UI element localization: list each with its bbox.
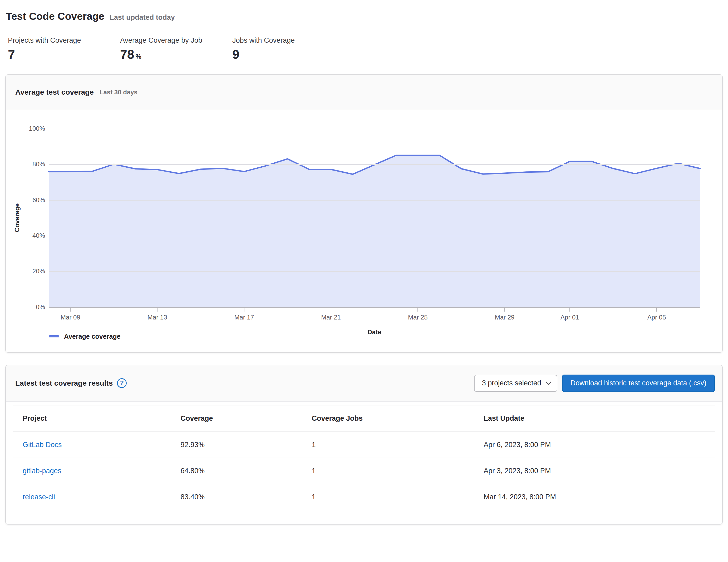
x-axis-tick-label: Mar 17 <box>226 314 263 321</box>
chart-plot-area[interactable] <box>49 129 700 308</box>
coverage-cell: 83.40% <box>171 484 302 510</box>
coverage-cell: 64.80% <box>171 458 302 484</box>
x-axis-tick-mark <box>70 308 71 312</box>
y-axis-tick-label: 100% <box>6 125 45 132</box>
x-axis-tick-label: Mar 25 <box>399 314 436 321</box>
test-code-coverage-page: Test Code Coverage Last updated today Pr… <box>0 0 728 525</box>
coverage-jobs-cell: 1 <box>302 484 474 510</box>
stat-value: 78% <box>120 48 207 62</box>
x-axis-tick-mark <box>157 308 158 312</box>
x-axis-tick-mark <box>569 308 570 312</box>
gridline <box>49 129 700 129</box>
table-row: gitlab-pages64.80%1Apr 3, 2023, 8:00 PM <box>13 458 715 484</box>
x-axis-line <box>49 307 700 308</box>
x-axis-tick-mark <box>417 308 418 312</box>
help-question-icon[interactable]: ? <box>117 378 127 388</box>
download-csv-button[interactable]: Download historic test coverage data (.c… <box>562 375 715 392</box>
y-axis-tick-label: 40% <box>6 232 45 239</box>
table-row: GitLab Docs92.93%1Apr 6, 2023, 8:00 PM <box>13 432 715 458</box>
coverage-stats-row: Projects with Coverage 7 Average Coverag… <box>8 36 723 62</box>
x-axis-tick-label: Apr 05 <box>638 314 675 321</box>
last-update-cell: Apr 6, 2023, 8:00 PM <box>474 432 715 458</box>
x-axis-tick-label: Mar 13 <box>139 314 176 321</box>
stat-value: 9 <box>232 48 319 62</box>
chart-card-subtitle: Last 30 days <box>100 89 137 96</box>
table-row: release-cli83.40%1Mar 14, 2023, 8:00 PM <box>13 484 715 510</box>
stat-label: Average Coverage by Job <box>120 36 207 45</box>
chevron-down-icon <box>546 379 551 385</box>
y-axis-tick-label: 20% <box>6 267 45 275</box>
x-axis-tick-label: Apr 01 <box>551 314 588 321</box>
gridline <box>49 271 700 272</box>
gridline <box>49 164 700 165</box>
project-cell: gitlab-pages <box>13 458 171 484</box>
results-table-wrap: Project Coverage Coverage Jobs Last Upda… <box>13 405 715 510</box>
coverage-area-chart[interactable]: Coverage Date Average coverage 100%80%60… <box>6 110 722 352</box>
projects-selected-label: 3 projects selected <box>482 379 541 387</box>
stat-label: Projects with Coverage <box>8 36 95 45</box>
coverage-area-fill <box>49 155 700 308</box>
last-update-cell: Apr 3, 2023, 8:00 PM <box>474 458 715 484</box>
y-axis-tick-label: 60% <box>6 196 45 204</box>
x-axis-tick-label: Mar 29 <box>486 314 523 321</box>
gridline <box>49 236 700 236</box>
x-axis-tick-mark <box>331 308 331 312</box>
results-card-title: Latest test coverage results <box>15 379 113 388</box>
x-axis-tick-mark <box>504 308 505 312</box>
percent-suffix: % <box>135 53 141 60</box>
last-updated-text: Last updated today <box>110 13 175 22</box>
project-link[interactable]: GitLab Docs <box>23 441 62 449</box>
projects-selected-dropdown[interactable]: 3 projects selected <box>474 375 557 392</box>
project-cell: release-cli <box>13 484 171 510</box>
x-axis-tick-label: Mar 21 <box>313 314 350 321</box>
x-axis-title: Date <box>348 329 401 336</box>
stat-projects-with-coverage: Projects with Coverage 7 <box>8 36 95 62</box>
last-update-cell: Mar 14, 2023, 8:00 PM <box>474 484 715 510</box>
page-title: Test Code Coverage <box>6 11 104 22</box>
legend-line-swatch <box>49 335 59 338</box>
x-axis-tick-mark <box>244 308 244 312</box>
stat-jobs-with-coverage: Jobs with Coverage 9 <box>232 36 319 62</box>
column-header-last-update: Last Update <box>474 405 715 432</box>
results-controls: 3 projects selected Download historic te… <box>474 375 715 392</box>
gridline <box>49 200 700 200</box>
column-header-coverage: Coverage <box>171 405 302 432</box>
average-test-coverage-card: Average test coverage Last 30 days Cover… <box>5 74 723 353</box>
legend-label: Average coverage <box>64 333 120 340</box>
coverage-jobs-cell: 1 <box>302 432 474 458</box>
results-table: Project Coverage Coverage Jobs Last Upda… <box>13 405 715 510</box>
chart-legend[interactable]: Average coverage <box>49 333 120 340</box>
results-card-header: Latest test coverage results ? 3 project… <box>6 365 722 402</box>
results-title-group: Latest test coverage results ? <box>15 378 127 388</box>
coverage-cell: 92.93% <box>171 432 302 458</box>
coverage-jobs-cell: 1 <box>302 458 474 484</box>
latest-test-coverage-results-card: Latest test coverage results ? 3 project… <box>5 365 723 525</box>
table-header-row: Project Coverage Coverage Jobs Last Upda… <box>13 405 715 432</box>
y-axis-tick-label: 80% <box>6 160 45 168</box>
chart-card-header: Average test coverage Last 30 days <box>6 75 722 110</box>
stat-average-coverage-by-job: Average Coverage by Job 78% <box>120 36 207 62</box>
stat-label: Jobs with Coverage <box>232 36 319 45</box>
project-link[interactable]: gitlab-pages <box>23 467 61 475</box>
x-axis-tick-mark <box>656 308 657 312</box>
column-header-coverage-jobs: Coverage Jobs <box>302 405 474 432</box>
stat-value: 7 <box>8 48 95 62</box>
project-cell: GitLab Docs <box>13 432 171 458</box>
chart-card-title: Average test coverage <box>15 88 94 96</box>
column-header-project: Project <box>13 405 171 432</box>
project-link[interactable]: release-cli <box>23 493 55 501</box>
x-axis-tick-label: Mar 09 <box>52 314 89 321</box>
y-axis-tick-label: 0% <box>6 304 45 311</box>
page-header: Test Code Coverage Last updated today <box>6 11 723 22</box>
